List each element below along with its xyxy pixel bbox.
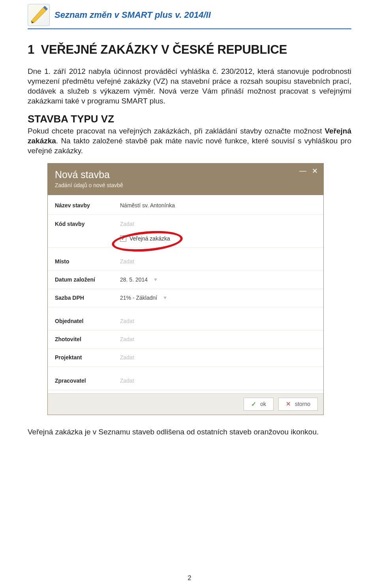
value-projektant[interactable]: Zadat xyxy=(120,354,134,361)
section-number: 1 xyxy=(28,43,34,56)
row-zpracovatel: Zpracovatel Zadat xyxy=(48,372,323,390)
dialog-screenshot: — ✕ Nová stavba Zadání údajů o nové stav… xyxy=(47,163,324,415)
intro-paragraph: Dne 1. září 2012 nabyla účinnost provádě… xyxy=(28,66,351,106)
subsection-heading: STAVBA TYPU VZ xyxy=(28,113,351,125)
label-misto: Místo xyxy=(55,258,120,265)
section-title: VEŘEJNÉ ZAKÁZKY V ČESKÉ REPUBLICE xyxy=(41,43,287,56)
ok-label: ok xyxy=(260,401,266,407)
cancel-button[interactable]: ✕ storno xyxy=(278,398,318,411)
chevron-down-icon[interactable]: ▼ xyxy=(163,295,167,301)
section-heading: 1 VEŘEJNÉ ZAKÁZKY V ČESKÉ REPUBLICE xyxy=(28,43,351,57)
value-sazba[interactable]: 21% - Základní xyxy=(120,295,157,301)
label-projektant: Projektant xyxy=(55,354,120,361)
cancel-label: storno xyxy=(295,401,310,407)
page-header: Seznam změn v SMART plus v. 2014/II xyxy=(28,4,351,26)
close-icon[interactable]: ✕ xyxy=(312,167,318,175)
row-misto: Místo Zadat xyxy=(48,253,323,271)
dialog-title: Nová stavba xyxy=(55,169,316,180)
label-sazba: Sazba DPH xyxy=(55,295,120,301)
sub-text-before: Pokud chcete pracovat na veřejných zakáz… xyxy=(28,127,325,135)
row-verejna-zakazka: ✓ Veřejná zakázka xyxy=(48,233,323,248)
header-title: Seznam změn v SMART plus v. 2014/II xyxy=(54,10,211,20)
label-zpracovatel: Zpracovatel xyxy=(55,378,120,384)
row-sazba: Sazba DPH 21% - Základní ▼ xyxy=(48,289,323,307)
value-zhotovitel[interactable]: Zadat xyxy=(120,336,134,342)
footer-paragraph: Veřejná zakázka je v Seznamu staveb odli… xyxy=(28,427,351,437)
value-zpracovatel[interactable]: Zadat xyxy=(120,378,134,384)
ok-button[interactable]: ✓ ok xyxy=(244,398,274,411)
minimize-icon[interactable]: — xyxy=(299,167,306,175)
value-datum[interactable]: 28. 5. 2014 xyxy=(120,276,148,283)
page-number: 2 xyxy=(0,575,379,582)
label-zhotovitel: Zhotovitel xyxy=(55,336,120,342)
header-rule xyxy=(28,28,351,29)
x-icon: ✕ xyxy=(286,400,291,408)
row-datum: Datum založení 28. 5. 2014 ▼ xyxy=(48,271,323,289)
value-objednatel[interactable]: Zadat xyxy=(120,318,134,324)
label-nazev: Název stavby xyxy=(55,202,120,209)
label-kod: Kód stavby xyxy=(55,221,120,227)
dialog-subtitle: Zadání údajů o nové stavbě xyxy=(55,182,316,188)
dialog-body: Název stavby Náměstí sv. Antonínka Kód s… xyxy=(48,195,323,393)
label-datum: Datum založení xyxy=(55,276,120,283)
subsection-paragraph: Pokud chcete pracovat na veřejných zakáz… xyxy=(28,126,351,156)
label-objednatel: Objednatel xyxy=(55,318,120,324)
value-kod[interactable]: Zadat xyxy=(120,221,134,227)
checkbox-label: Veřejná zakázka xyxy=(129,235,170,242)
value-misto[interactable]: Zadat xyxy=(120,258,134,265)
svg-marker-0 xyxy=(31,8,47,23)
sub-text-after: . Na takto založené stavbě pak máte naví… xyxy=(28,137,351,155)
chevron-down-icon[interactable]: ▼ xyxy=(153,277,158,282)
dialog-window: — ✕ Nová stavba Zadání údajů o nové stav… xyxy=(47,163,324,415)
value-nazev[interactable]: Náměstí sv. Antonínka xyxy=(120,202,175,209)
row-nazev: Název stavby Náměstí sv. Antonínka xyxy=(48,197,323,215)
row-objednatel: Objednatel Zadat xyxy=(48,312,323,331)
row-projektant: Projektant Zadat xyxy=(48,349,323,367)
dialog-titlebar: — ✕ Nová stavba Zadání údajů o nové stav… xyxy=(48,163,323,195)
check-icon: ✓ xyxy=(251,400,256,408)
checkbox-verejna-zakazka[interactable]: ✓ xyxy=(120,235,126,242)
row-kod: Kód stavby Zadat xyxy=(48,215,323,233)
dialog-footer: ✓ ok ✕ storno xyxy=(48,393,323,415)
row-zhotovitel: Zhotovitel Zadat xyxy=(48,331,323,349)
pencil-icon xyxy=(28,4,50,26)
